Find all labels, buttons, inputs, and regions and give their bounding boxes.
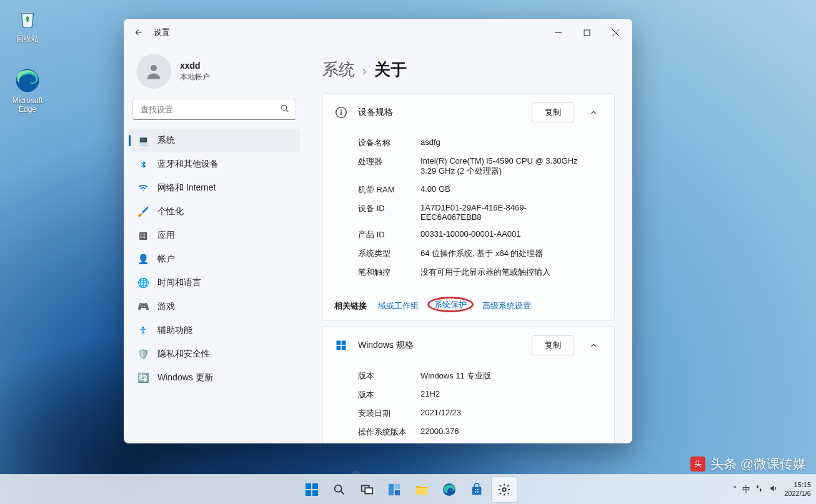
spec-label: 系统类型 (358, 248, 420, 259)
main-content: 系统 › 关于 设备规格 复制 设备名称asdfg处理器Intel(R) Cor… (305, 46, 632, 443)
spec-label: 产品 ID (358, 229, 420, 240)
info-icon (334, 106, 348, 119)
search-input[interactable] (132, 99, 296, 120)
nav-item-network[interactable]: 网络和 Internet (129, 176, 300, 200)
svg-point-7 (341, 109, 342, 111)
spec-label: 版本 (358, 370, 420, 382)
taskbar: ˄ 中 15:15 2022/1/6 (0, 474, 816, 504)
copy-button[interactable]: 复制 (532, 102, 574, 122)
nav-item-update[interactable]: 🔄Windows 更新 (129, 366, 300, 390)
nav-item-label: 应用 (157, 230, 175, 241)
spec-row: 机带 RAM4.00 GB (358, 180, 603, 199)
nav-item-accounts[interactable]: 👤帐户 (129, 247, 300, 271)
spec-row: 设备 ID1A7D1F01-29AF-416E-8469-EEC6A067EBB… (358, 199, 603, 225)
svg-rect-8 (341, 111, 342, 115)
edge-icon (14, 67, 41, 94)
spec-row: 设备名称asdfg (358, 134, 603, 152)
bluetooth-icon (137, 159, 149, 170)
link-system-protection[interactable]: 系统保护 (427, 300, 474, 312)
svg-rect-2 (584, 30, 590, 36)
spec-value: 4.00 GB (420, 184, 583, 195)
svg-point-4 (282, 106, 287, 111)
chevron-right-icon: › (362, 64, 367, 78)
update-icon: 🔄 (137, 372, 149, 383)
user-row[interactable]: xxdd 本地帐户 (124, 49, 305, 99)
network-icon (137, 182, 149, 194)
nav-item-gaming[interactable]: 🎮游戏 (129, 295, 300, 319)
task-view-button[interactable] (354, 477, 379, 502)
settings-window: 设置 xxdd 本地帐户 (124, 19, 632, 443)
widgets-button[interactable] (382, 477, 407, 502)
start-button[interactable] (299, 477, 324, 502)
tray-chevron-icon[interactable]: ˄ (733, 485, 737, 494)
spec-value: 00331-10000-00001-AA001 (420, 229, 583, 240)
time-icon: 🌐 (137, 277, 149, 289)
maximize-button[interactable] (572, 20, 601, 45)
svg-point-5 (142, 327, 144, 329)
avatar (136, 54, 171, 89)
copy-button[interactable]: 复制 (532, 335, 574, 355)
nav-item-bluetooth[interactable]: 蓝牙和其他设备 (129, 152, 300, 176)
spec-row: 版本Windows 11 专业版 (358, 367, 603, 385)
watermark-text: 头条 @微课传媒 (710, 455, 806, 473)
svg-rect-11 (337, 346, 341, 350)
tray-volume-icon[interactable] (769, 484, 778, 495)
tray-network-icon[interactable] (755, 484, 764, 495)
desktop-icon-recycle-bin[interactable]: 回收站 (4, 5, 51, 44)
spec-label: 版本 (358, 389, 420, 400)
tray-date: 2022/1/6 (784, 490, 811, 498)
nav-item-time[interactable]: 🌐时间和语言 (129, 271, 300, 295)
breadcrumb-parent[interactable]: 系统 (322, 59, 355, 81)
svg-rect-22 (395, 490, 400, 495)
tray-clock[interactable]: 15:15 2022/1/6 (784, 481, 811, 498)
recycle-bin-icon (14, 5, 41, 31)
link-advanced-settings[interactable]: 高级系统设置 (482, 300, 531, 312)
svg-rect-19 (365, 488, 372, 493)
desktop-icon-edge[interactable]: Microsoft Edge (4, 67, 51, 114)
search-box[interactable] (132, 99, 296, 120)
minimize-button[interactable] (544, 20, 572, 45)
svg-rect-15 (306, 490, 311, 496)
highlight-circle: 系统保护 (427, 297, 474, 312)
spec-label: 设备名称 (358, 137, 420, 149)
tray-ime[interactable]: 中 (742, 484, 750, 495)
spec-row: 体验Windows 功能体验包 1000.22000.376.0 (358, 442, 603, 443)
file-explorer-button[interactable] (409, 477, 434, 502)
store-button[interactable] (464, 477, 489, 502)
card-title: 设备规格 (358, 107, 522, 118)
spec-row: 操作系统版本22000.376 (358, 423, 603, 442)
watermark: 头 头条 @微课传媒 (690, 455, 806, 473)
nav-item-label: 时间和语言 (157, 277, 201, 289)
settings-taskbar-button[interactable] (492, 477, 517, 502)
back-button[interactable] (126, 20, 151, 45)
window-title: 设置 (154, 27, 170, 38)
user-name: xxdd (180, 61, 210, 71)
nav-item-system[interactable]: 💻系统 (129, 129, 300, 152)
nav-item-privacy[interactable]: 🛡️隐私和安全性 (129, 342, 300, 366)
nav-item-label: 隐私和安全性 (157, 348, 210, 360)
close-button[interactable] (601, 20, 630, 45)
spec-value: 21H2 (420, 389, 583, 400)
svg-rect-16 (312, 490, 318, 496)
nav-item-personalization[interactable]: 🖌️个性化 (129, 200, 300, 224)
spec-value: asdfg (420, 137, 583, 149)
system-icon: 💻 (137, 135, 149, 146)
watermark-logo-icon: 头 (690, 457, 705, 472)
related-label: 相关链接 (334, 300, 367, 312)
taskbar-search-button[interactable] (327, 477, 352, 502)
nav-item-label: 系统 (157, 135, 175, 146)
nav-item-accessibility[interactable]: 辅助功能 (129, 319, 300, 342)
spec-row: 系统类型64 位操作系统, 基于 x64 的处理器 (358, 244, 603, 263)
spec-label: 操作系统版本 (358, 427, 420, 438)
spec-row: 安装日期2021/12/23 (358, 404, 603, 423)
svg-rect-10 (342, 341, 346, 345)
chevron-up-icon[interactable] (584, 336, 603, 355)
privacy-icon: 🛡️ (137, 348, 149, 360)
chevron-up-icon[interactable] (584, 103, 603, 122)
nav-item-apps[interactable]: ▦应用 (129, 224, 300, 247)
edge-button[interactable] (437, 477, 462, 502)
nav-item-label: 辅助功能 (157, 325, 192, 336)
device-specs-card: 设备规格 复制 设备名称asdfg处理器Intel(R) Core(TM) i5… (322, 93, 615, 321)
link-domain-workgroup[interactable]: 域或工作组 (378, 300, 419, 312)
search-icon (280, 104, 290, 116)
